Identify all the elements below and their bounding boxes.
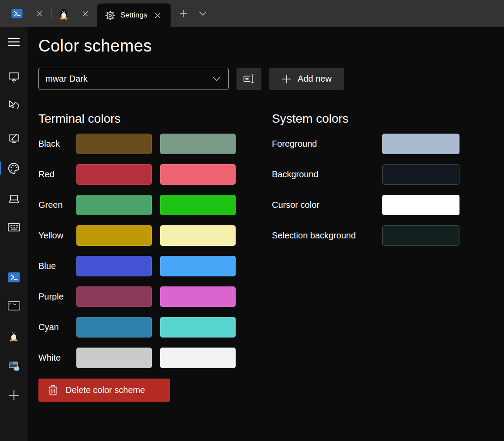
bright-white-swatch[interactable] (160, 348, 236, 368)
delete-button-label: Delete color scheme (65, 385, 145, 395)
red-swatch[interactable] (76, 164, 152, 185)
add-profile-button[interactable] (0, 385, 27, 405)
svg-text:C:\: C:\ (9, 303, 14, 306)
bright-purple-swatch[interactable] (160, 286, 236, 307)
plus-icon (179, 9, 188, 18)
powershell-icon (8, 272, 20, 283)
terminal-colors-heading: Terminal colors (38, 112, 272, 126)
bright-green-swatch[interactable] (160, 195, 236, 215)
color-label: Green (38, 200, 76, 210)
page-title: Color schemes (38, 37, 504, 55)
color-row-purple: Purple (38, 286, 272, 307)
color-row-black: Black (38, 134, 272, 154)
tab-dropdown-button[interactable] (196, 7, 209, 20)
color-row-green: Green (38, 195, 272, 215)
color-row-red: Red (38, 164, 272, 185)
tux-icon (59, 8, 69, 20)
purple-swatch[interactable] (76, 286, 152, 307)
cyan-swatch[interactable] (76, 317, 152, 338)
rename-scheme-button[interactable] (237, 68, 261, 90)
color-row-foreground: Foreground (272, 134, 504, 154)
nav-item-rendering[interactable] (0, 189, 27, 209)
background-swatch[interactable] (382, 164, 459, 185)
nav-item-color-schemes[interactable] (0, 158, 27, 178)
add-new-scheme-button[interactable]: Add new (269, 68, 344, 90)
palette-icon (7, 162, 20, 175)
color-row-cursor: Cursor color (272, 195, 504, 215)
keyboard-icon (8, 223, 20, 231)
plus-icon (8, 389, 20, 401)
rename-icon (243, 74, 255, 83)
powershell-icon (11, 9, 23, 18)
yellow-swatch[interactable] (76, 225, 152, 246)
cmd-icon: C:\ (8, 301, 20, 310)
nav-profile-azure[interactable] (0, 356, 27, 376)
foreground-swatch[interactable] (382, 134, 459, 154)
scheme-dropdown[interactable]: mwar Dark (38, 68, 229, 90)
scheme-dropdown-value: mwar Dark (45, 74, 88, 84)
color-row-cyan: Cyan (38, 317, 272, 338)
trash-icon (48, 385, 58, 396)
terminal-colors-section: Terminal colors Black Red Green (38, 112, 272, 402)
bright-black-swatch[interactable] (160, 134, 236, 154)
bright-yellow-swatch[interactable] (160, 225, 236, 246)
tab-bar: Settings (0, 0, 504, 27)
color-label: Black (38, 139, 76, 149)
color-label: Blue (38, 261, 76, 271)
tab-settings-label: Settings (120, 11, 147, 20)
bright-blue-swatch[interactable] (160, 256, 236, 276)
color-schemes-page: Color schemes mwar Dark (27, 27, 504, 441)
selection-background-swatch[interactable] (382, 225, 459, 246)
color-label: Purple (38, 292, 76, 302)
color-row-white: White (38, 348, 272, 368)
color-row-blue: Blue (38, 256, 272, 276)
nav-profile-powershell[interactable] (0, 267, 27, 287)
chevron-down-icon (199, 11, 206, 16)
monitor-up-icon (8, 71, 20, 83)
tux-icon (9, 329, 19, 341)
color-row-selection: Selection background (272, 225, 504, 246)
green-swatch[interactable] (76, 195, 152, 215)
laptop-icon (8, 193, 20, 204)
nav-item-appearance[interactable] (0, 129, 27, 149)
cursor-hand-icon (8, 100, 20, 112)
blue-swatch[interactable] (76, 256, 152, 276)
plus-icon (282, 74, 291, 84)
close-icon[interactable] (152, 10, 163, 21)
settings-nav-sidebar: C:\ (0, 27, 27, 441)
color-label: Cyan (38, 322, 76, 332)
scheme-controls: mwar Dark Add new (38, 68, 504, 90)
add-new-label: Add new (298, 74, 332, 84)
color-label: Background (272, 169, 382, 179)
new-tab-button[interactable] (177, 7, 190, 20)
color-row-background: Background (272, 164, 504, 185)
delete-color-scheme-button[interactable]: Delete color scheme (38, 379, 170, 402)
nav-profile-cmd[interactable]: C:\ (0, 296, 27, 316)
system-colors-section: System colors Foreground Background Curs… (272, 112, 504, 402)
tab-linux[interactable] (52, 0, 97, 27)
chevron-down-icon (213, 77, 220, 81)
monitor-brush-icon (8, 133, 20, 145)
nav-menu-button[interactable] (0, 34, 27, 50)
system-colors-heading: System colors (272, 112, 504, 126)
tab-powershell[interactable] (4, 0, 51, 27)
color-label: Cursor color (272, 200, 382, 210)
cursor-color-swatch[interactable] (382, 195, 459, 215)
close-icon[interactable] (34, 8, 45, 19)
nav-item-actions[interactable] (0, 217, 27, 237)
bright-red-swatch[interactable] (160, 164, 236, 185)
close-icon[interactable] (80, 8, 90, 19)
white-swatch[interactable] (76, 348, 152, 368)
color-label: Yellow (38, 231, 76, 241)
nav-profile-linux[interactable] (0, 325, 27, 345)
gear-icon (105, 10, 115, 21)
tab-settings[interactable]: Settings (97, 3, 171, 27)
bright-cyan-swatch[interactable] (160, 317, 236, 338)
black-swatch[interactable] (76, 134, 152, 154)
nav-item-interaction[interactable] (0, 96, 27, 116)
hamburger-icon (8, 38, 20, 46)
color-label: Red (38, 169, 76, 179)
color-row-yellow: Yellow (38, 225, 272, 246)
color-label: White (38, 353, 76, 363)
nav-item-startup[interactable] (0, 67, 27, 87)
